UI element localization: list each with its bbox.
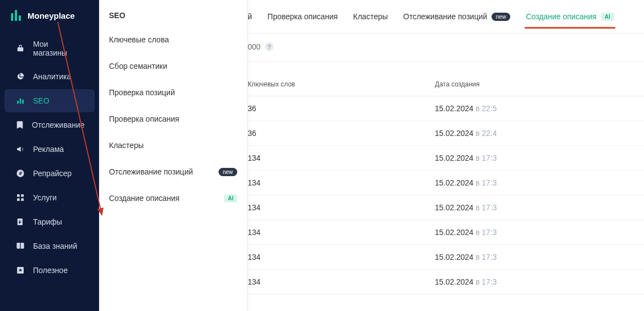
- sidebar-item-label: Полезное: [33, 266, 84, 275]
- submenu-item-label: Проверка описания: [109, 114, 179, 123]
- sidebar-item-repricer[interactable]: ₽ Репрайсер: [4, 162, 95, 185]
- sidebar-nav: Мои магазины Аналитика SEO Отслеживание …: [0, 33, 99, 283]
- seo-submenu: SEO Ключевые слова Сбор семантики Провер…: [99, 0, 248, 311]
- sidebar-item-seo[interactable]: SEO: [4, 89, 95, 112]
- svg-rect-6: [21, 194, 24, 197]
- tab-label: Кластеры: [353, 12, 388, 21]
- sidebar-item-tracking[interactable]: Отслеживание: [4, 113, 95, 137]
- submenu-item-description-check[interactable]: Проверка описания: [99, 106, 247, 132]
- table-row[interactable]: 13415.02.2024 в 17:3: [248, 146, 644, 171]
- submenu-item-clusters[interactable]: Кластеры: [99, 132, 247, 159]
- sidebar-item-label: База знаний: [33, 242, 84, 250]
- brand-name: Moneyplace: [28, 11, 75, 20]
- ai-badge: AI: [601, 13, 614, 21]
- bookmark-icon: [15, 120, 24, 130]
- cell-keywords: 134: [248, 203, 435, 212]
- pie-chart-icon: [15, 72, 25, 81]
- price-tag-icon: ₽: [15, 217, 25, 227]
- table-body: 3615.02.2024 в 22:53615.02.2024 в 22:413…: [248, 96, 644, 294]
- cell-date: 15.02.2024 в 17:3: [435, 154, 644, 162]
- bar-chart-icon: [15, 96, 25, 106]
- table-row[interactable]: 3615.02.2024 в 22:4: [248, 121, 644, 146]
- sidebar-item-label: Аналитика: [33, 72, 84, 81]
- svg-text:₽: ₽: [19, 171, 22, 176]
- cell-date: 15.02.2024 в 17:3: [435, 178, 644, 187]
- grid-icon: [15, 193, 25, 203]
- svg-rect-7: [17, 198, 20, 201]
- table-header: Ключевых слов Дата создания: [248, 62, 644, 96]
- lock-icon: [15, 43, 25, 53]
- table-row[interactable]: 13415.02.2024 в 17:3: [248, 220, 644, 245]
- ruble-circle-icon: ₽: [15, 168, 25, 178]
- tab-label: й: [248, 12, 252, 21]
- cell-keywords: 134: [248, 154, 435, 162]
- sidebar-item-label: Мои магазины: [33, 40, 84, 57]
- tab-label: Создание описания: [526, 12, 596, 21]
- submenu-item-label: Отслеживание позиций: [109, 167, 193, 176]
- table-row[interactable]: 13415.02.2024 в 17:3: [248, 171, 644, 195]
- cell-date: 15.02.2024 в 17:3: [435, 253, 644, 261]
- help-icon[interactable]: ?: [265, 42, 274, 51]
- sidebar-item-analytics[interactable]: Аналитика: [4, 65, 95, 88]
- sidebar-item-my-shops[interactable]: Мои магазины: [4, 33, 95, 64]
- book-icon: [15, 241, 25, 251]
- sidebar-item-label: Услуги: [33, 193, 84, 202]
- tab-partial[interactable]: й: [248, 12, 252, 28]
- submenu-item-label: Кластеры: [109, 141, 144, 150]
- svg-rect-1: [20, 99, 21, 103]
- col-header-keywords: Ключевых слов: [248, 80, 435, 88]
- submenu-item-semantics[interactable]: Сбор семантики: [99, 53, 247, 79]
- sidebar-item-label: Реклама: [33, 145, 84, 154]
- submenu-item-position-tracking[interactable]: Отслеживание позиций new: [99, 159, 247, 185]
- cell-date: 15.02.2024 в 17:3: [435, 203, 644, 212]
- cell-keywords: 134: [248, 178, 435, 187]
- table-row[interactable]: 13415.02.2024 в 17:3: [248, 270, 644, 294]
- cell-keywords: 36: [248, 104, 435, 113]
- new-badge: new: [492, 13, 510, 21]
- cell-keywords: 36: [248, 129, 435, 138]
- tab-clusters[interactable]: Кластеры: [353, 12, 388, 28]
- tab-label: Отслеживание позиций: [403, 12, 488, 21]
- tab-position-tracking[interactable]: Отслеживание позиций new: [403, 12, 511, 28]
- table-row[interactable]: 3615.02.2024 в 22:5: [248, 96, 644, 121]
- ai-badge: AI: [224, 194, 237, 203]
- table-row[interactable]: 13415.02.2024 в 17:3: [248, 195, 644, 220]
- tab-description-create[interactable]: Создание описания AI: [526, 12, 614, 28]
- cell-date: 15.02.2024 в 22:5: [435, 104, 644, 113]
- cell-date: 15.02.2024 в 22:4: [435, 129, 644, 138]
- submenu-item-label: Создание описания: [109, 194, 179, 203]
- sidebar: Moneyplace Мои магазины Аналитика SEO От…: [0, 0, 99, 311]
- cell-keywords: 134: [248, 228, 435, 237]
- new-badge: new: [219, 168, 237, 176]
- col-header-date: Дата создания: [435, 80, 644, 88]
- main-area: й Проверка описания Кластеры Отслеживани…: [248, 0, 644, 311]
- submenu-item-label: Сбор семантики: [109, 62, 167, 70]
- submenu-item-description-create[interactable]: Создание описания AI: [99, 185, 247, 211]
- sidebar-item-label: SEO: [33, 96, 84, 105]
- submenu-item-label: Ключевые слова: [109, 35, 169, 44]
- cell-date: 15.02.2024 в 17:3: [435, 277, 644, 286]
- sidebar-item-knowledge[interactable]: База знаний: [4, 234, 95, 258]
- svg-rect-2: [22, 100, 24, 103]
- tab-description-check[interactable]: Проверка описания: [268, 12, 338, 28]
- submenu-item-keywords[interactable]: Ключевые слова: [99, 26, 247, 53]
- sidebar-item-label: Отслеживание: [32, 121, 85, 129]
- svg-rect-8: [21, 198, 24, 201]
- megaphone-icon: [15, 144, 25, 154]
- sidebar-item-label: Репрайсер: [33, 169, 84, 178]
- cell-keywords: 134: [248, 253, 435, 261]
- star-icon: [15, 265, 25, 275]
- brand-row: Moneyplace: [0, 0, 99, 33]
- sidebar-item-services[interactable]: Услуги: [4, 186, 95, 209]
- tabs-row: й Проверка описания Кластеры Отслеживани…: [248, 0, 644, 34]
- svg-rect-5: [17, 194, 20, 197]
- submenu-item-label: Проверка позиций: [109, 88, 175, 97]
- sidebar-item-ads[interactable]: Реклама: [4, 138, 95, 161]
- cell-date: 15.02.2024 в 17:3: [435, 228, 644, 237]
- sidebar-item-useful[interactable]: Полезное: [4, 259, 95, 282]
- table-row[interactable]: 13415.02.2024 в 17:3: [248, 245, 644, 270]
- sidebar-item-tariffs[interactable]: ₽ Тарифы: [4, 210, 95, 233]
- submenu-item-position-check[interactable]: Проверка позиций: [99, 79, 247, 106]
- submenu-title: SEO: [99, 0, 247, 26]
- sidebar-item-label: Тарифы: [33, 217, 84, 226]
